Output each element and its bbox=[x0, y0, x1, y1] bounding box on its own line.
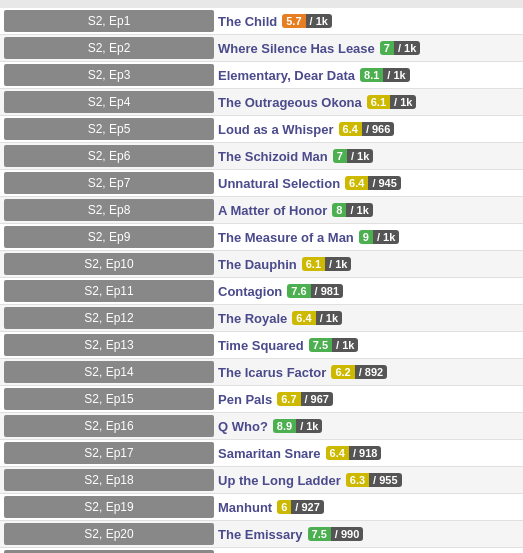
episode-info: The Dauphin6.1/ 1k bbox=[218, 254, 351, 275]
episode-title[interactable]: Q Who? bbox=[218, 419, 268, 434]
rating-score: 7 bbox=[333, 149, 347, 163]
rating-badge: 5.7/ 1k bbox=[282, 14, 332, 28]
episode-code: S2, Ep19 bbox=[4, 496, 214, 518]
episode-info: Up the Long Ladder6.3/ 955 bbox=[218, 470, 402, 491]
rating-votes: / 966 bbox=[362, 122, 394, 136]
episode-title[interactable]: Unnatural Selection bbox=[218, 176, 340, 191]
table-row: S2, Ep5Loud as a Whisper6.4/ 966 bbox=[0, 116, 523, 143]
rating-score: 6.1 bbox=[367, 95, 390, 109]
table-row: S2, Ep7Unnatural Selection6.4/ 945 bbox=[0, 170, 523, 197]
table-row: S2, Ep19Manhunt6/ 927 bbox=[0, 494, 523, 521]
episode-info: The Outrageous Okona6.1/ 1k bbox=[218, 92, 416, 113]
episode-code: S2, Ep1 bbox=[4, 10, 214, 32]
episode-title[interactable]: The Dauphin bbox=[218, 257, 297, 272]
rating-votes: / 945 bbox=[368, 176, 400, 190]
rating-score: 6.1 bbox=[302, 257, 325, 271]
table-row: S2, Ep14The Icarus Factor6.2/ 892 bbox=[0, 359, 523, 386]
episode-code: S2, Ep6 bbox=[4, 145, 214, 167]
episode-info: Manhunt6/ 927 bbox=[218, 497, 324, 518]
table-row: S2, Ep18Up the Long Ladder6.3/ 955 bbox=[0, 467, 523, 494]
episode-code: S2, Ep4 bbox=[4, 91, 214, 113]
table-row: S2, Ep13Time Squared7.5/ 1k bbox=[0, 332, 523, 359]
episode-code: S2, Ep12 bbox=[4, 307, 214, 329]
episode-code: S2, Ep16 bbox=[4, 415, 214, 437]
episode-code: S2, Ep17 bbox=[4, 442, 214, 464]
episode-info: Contagion7.6/ 981 bbox=[218, 281, 343, 302]
episode-info: The Measure of a Man9/ 1k bbox=[218, 227, 399, 248]
rating-badge: 6.3/ 955 bbox=[346, 473, 402, 487]
rating-score: 6.4 bbox=[339, 122, 362, 136]
episode-code: S2, Ep11 bbox=[4, 280, 214, 302]
rating-badge: 6.2/ 892 bbox=[331, 365, 387, 379]
rating-badge: 7.5/ 1k bbox=[309, 338, 359, 352]
rating-score: 6.4 bbox=[292, 311, 315, 325]
episode-code: S2, Ep7 bbox=[4, 172, 214, 194]
rating-score: 6.7 bbox=[277, 392, 300, 406]
episode-title[interactable]: Contagion bbox=[218, 284, 282, 299]
rating-votes: / 967 bbox=[301, 392, 333, 406]
episode-title[interactable]: Manhunt bbox=[218, 500, 272, 515]
episode-title[interactable]: The Measure of a Man bbox=[218, 230, 354, 245]
table-row: S2, Ep10The Dauphin6.1/ 1k bbox=[0, 251, 523, 278]
rating-score: 7.5 bbox=[309, 338, 332, 352]
episode-title[interactable]: Where Silence Has Lease bbox=[218, 41, 375, 56]
episode-code: S2, Ep10 bbox=[4, 253, 214, 275]
episode-info: A Matter of Honor8/ 1k bbox=[218, 200, 373, 221]
table-row: S2, Ep20The Emissary7.5/ 990 bbox=[0, 521, 523, 548]
episode-title[interactable]: Time Squared bbox=[218, 338, 304, 353]
episode-title[interactable]: The Child bbox=[218, 14, 277, 29]
rating-badge: 6.1/ 1k bbox=[367, 95, 417, 109]
rating-badge: 6.4/ 966 bbox=[339, 122, 395, 136]
table-row: S2, Ep11Contagion7.6/ 981 bbox=[0, 278, 523, 305]
episode-code: S2, Ep5 bbox=[4, 118, 214, 140]
rating-score: 6.3 bbox=[346, 473, 369, 487]
episode-title[interactable]: Pen Pals bbox=[218, 392, 272, 407]
episode-info: Pen Pals6.7/ 967 bbox=[218, 389, 333, 410]
rating-votes: / 892 bbox=[355, 365, 387, 379]
episode-code: S2, Ep2 bbox=[4, 37, 214, 59]
episode-info: Loud as a Whisper6.4/ 966 bbox=[218, 119, 394, 140]
episode-title[interactable]: The Outrageous Okona bbox=[218, 95, 362, 110]
episode-title[interactable]: Loud as a Whisper bbox=[218, 122, 334, 137]
rating-badge: 7.5/ 990 bbox=[308, 527, 364, 541]
rating-votes: / 1k bbox=[325, 257, 351, 271]
episode-title[interactable]: The Schizoid Man bbox=[218, 149, 328, 164]
episode-info: Time Squared7.5/ 1k bbox=[218, 335, 358, 356]
episode-title[interactable]: The Royale bbox=[218, 311, 287, 326]
episode-title[interactable]: Samaritan Snare bbox=[218, 446, 321, 461]
rating-votes: / 1k bbox=[390, 95, 416, 109]
episode-info: Where Silence Has Lease7/ 1k bbox=[218, 38, 420, 59]
table-row: S2, Ep16Q Who?8.9/ 1k bbox=[0, 413, 523, 440]
episode-title[interactable]: The Icarus Factor bbox=[218, 365, 326, 380]
episode-info: Elementary, Dear Data8.1/ 1k bbox=[218, 65, 410, 86]
episode-title[interactable]: Up the Long Ladder bbox=[218, 473, 341, 488]
episode-info: The Royale6.4/ 1k bbox=[218, 308, 342, 329]
rating-votes: / 1k bbox=[306, 14, 332, 28]
rating-score: 6.4 bbox=[326, 446, 349, 460]
rating-votes: / 1k bbox=[394, 41, 420, 55]
rating-score: 5.7 bbox=[282, 14, 305, 28]
rating-badge: 6.4/ 1k bbox=[292, 311, 342, 325]
rating-votes: / 1k bbox=[346, 203, 372, 217]
rating-badge: 7/ 1k bbox=[380, 41, 420, 55]
rating-badge: 8.1/ 1k bbox=[360, 68, 410, 82]
episode-title[interactable]: A Matter of Honor bbox=[218, 203, 327, 218]
rating-score: 9 bbox=[359, 230, 373, 244]
episode-code: S2, Ep18 bbox=[4, 469, 214, 491]
rating-badge: 7/ 1k bbox=[333, 149, 373, 163]
rating-votes: / 918 bbox=[349, 446, 381, 460]
table-row: S2, Ep8A Matter of Honor8/ 1k bbox=[0, 197, 523, 224]
rating-score: 8.1 bbox=[360, 68, 383, 82]
rating-score: 6 bbox=[277, 500, 291, 514]
episode-code: S2, Ep14 bbox=[4, 361, 214, 383]
episode-info: Samaritan Snare6.4/ 918 bbox=[218, 443, 381, 464]
rating-score: 7.6 bbox=[287, 284, 310, 298]
rating-badge: 6/ 927 bbox=[277, 500, 324, 514]
rating-votes: / 1k bbox=[296, 419, 322, 433]
table-row: S2, Ep2Where Silence Has Lease7/ 1k bbox=[0, 35, 523, 62]
rating-votes: / 955 bbox=[369, 473, 401, 487]
rating-votes: / 990 bbox=[331, 527, 363, 541]
episode-info: Q Who?8.9/ 1k bbox=[218, 416, 322, 437]
episode-title[interactable]: Elementary, Dear Data bbox=[218, 68, 355, 83]
episode-title[interactable]: The Emissary bbox=[218, 527, 303, 542]
